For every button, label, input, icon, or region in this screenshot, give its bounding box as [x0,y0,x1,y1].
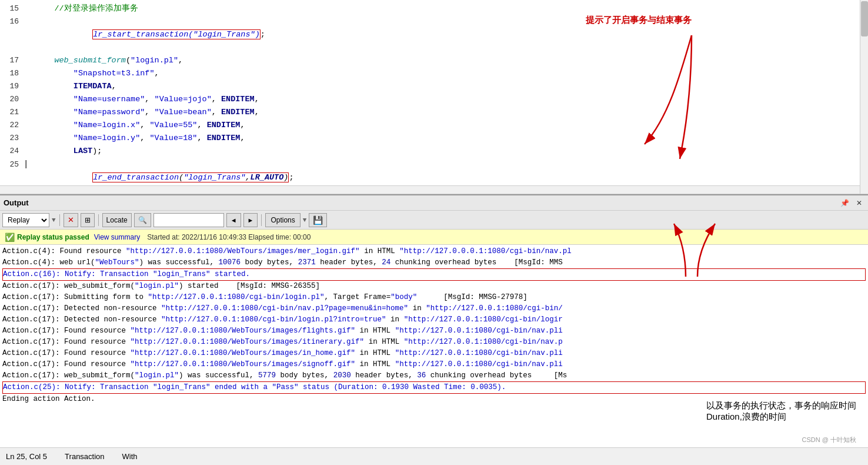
code-annotation-text: 提示了开启事务与结束事务 [586,15,692,26]
code-editor: 15 //对登录操作添加事务 16 lr_start_transaction("… [0,0,868,194]
status-bar: ✅ Replay status passed View summary Star… [0,230,868,245]
save-button[interactable]: 💾 [309,213,327,227]
status-time: Started at: 2022/11/16 10:49:33 Elapsed … [147,233,311,241]
log-line-6: Action.c(17): Detected non-resource "htt… [2,303,866,314]
log-line-12: Action.c(17): web_submit_form("login.pl"… [2,370,866,381]
code-line-17: 17 web_submit_form("login.pl", [0,54,868,67]
close-icon[interactable]: ✕ [854,198,864,208]
code-line-21: 21 "Name=password", "Value=bean", ENDITE… [0,106,868,119]
replay-grid-button[interactable]: ⊞ [81,213,95,227]
next-button[interactable]: ► [243,213,258,227]
code-scrollbar-thumb [861,1,868,36]
code-line-19: 19 ITEMDATA, [0,80,868,93]
code-line-24: 24 LAST); [0,145,868,158]
pin-icon[interactable]: 📌 [838,198,852,208]
output-panel: Output 📌 ✕ Replay ▼ ✕ ⊞ Locate 🔍 ◄ ► Opt… [0,194,868,465]
log-line-3: Action.c(16): Notify: Transaction "login… [2,268,866,281]
code-hscrollbar[interactable] [0,185,860,194]
log-line-5: Action.c(17): Submitting form to "http:/… [2,292,866,303]
watermark: CSDN @ 十叶知秋 [802,436,856,444]
view-summary-link[interactable]: View summary [94,233,140,241]
log-line-1: Action.c(4): Found resource "http://127.… [2,246,866,257]
check-icon: ✅ [5,232,15,242]
with-label: With [122,452,138,461]
log-line-9: Action.c(17): Found resource "http://127… [2,337,866,348]
transaction-label: Transaction [65,452,104,461]
code-line-15: 15 //对登录操作添加事务 [0,2,868,15]
code-line-23: 23 "Name=login.y", "Value=18", ENDITEM, [0,132,868,145]
output-title: Output [4,198,29,207]
output-toolbar: Replay ▼ ✕ ⊞ Locate 🔍 ◄ ► Options ▼ 💾 [0,211,868,230]
code-line-20: 20 "Name=username", "Value=jojo", ENDITE… [0,93,868,106]
log-line-13: Action.c(25): Notify: Transaction "login… [2,381,866,394]
code-line-16: 16 lr_start_transaction("login_Trans"); [0,15,868,54]
panel-controls: 📌 ✕ [838,198,864,208]
log-line-4: Action.c(17): web_submit_form("login.pl"… [2,281,866,292]
status-text: Replay status passed [17,233,89,241]
dropdown-arrow-icon: ▼ [52,217,56,224]
log-line-2: Action.c(4): web url("WebTours") was suc… [2,257,866,268]
search-input[interactable] [153,213,224,227]
log-line-8: Action.c(17): Found resource "http://127… [2,326,866,337]
ln-col: Ln 25, Col 5 [6,452,47,461]
locate-button[interactable]: Locate [102,213,132,227]
toolbar-sep-2 [98,214,99,226]
output-log: Action.c(4): Found resource "http://127.… [0,245,868,406]
output-header: Output 📌 ✕ [0,194,868,211]
options-dropdown-icon: ▼ [303,217,307,224]
stop-button[interactable]: ✕ [64,213,78,227]
right-annotation-line1: 以及事务的执行状态，事务的响应时间 [706,400,856,411]
bottom-bar: Ln 25, Col 5 Transaction With [0,447,868,465]
log-line-7: Action.c(17): Detected non-resource "htt… [2,314,866,326]
code-lines: 15 //对登录操作添加事务 16 lr_start_transaction("… [0,0,868,194]
prev-button[interactable]: ◄ [226,213,241,227]
right-annotations: 以及事务的执行状态，事务的响应时间 Duration,浪费的时间 [706,400,856,423]
code-scrollbar[interactable] [860,0,868,194]
right-annotation-line2: Duration,浪费的时间 [706,411,856,423]
code-line-18: 18 "Snapshot=t3.inf", [0,67,868,80]
replay-dropdown[interactable]: Replay [2,213,49,227]
toolbar-sep-1 [59,214,60,226]
replay-status-passed: ✅ Replay status passed [5,232,89,242]
log-line-11: Action.c(17): Found resource "http://127… [2,359,866,370]
search-button[interactable]: 🔍 [134,213,151,227]
code-line-22: 22 "Name=login.x", "Value=55", ENDITEM, [0,119,868,132]
options-button[interactable]: Options [265,213,300,227]
toolbar-sep-3 [261,214,262,226]
log-line-10: Action.c(17): Found resource "http://127… [2,348,866,359]
